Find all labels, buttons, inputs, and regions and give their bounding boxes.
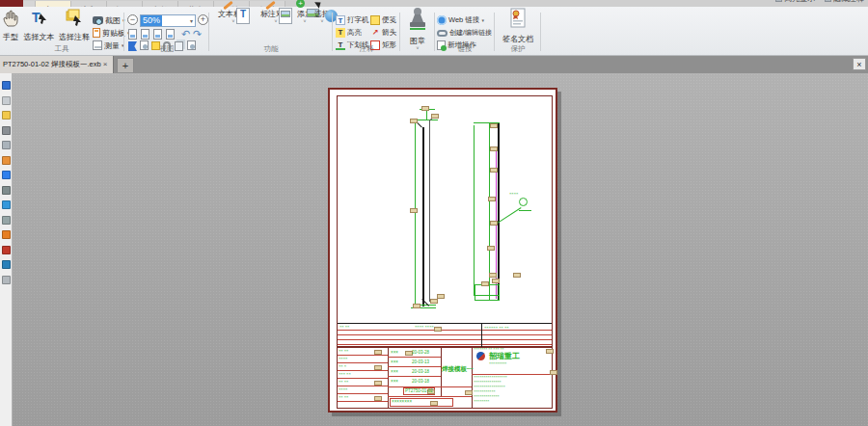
panel-paperclip-icon[interactable] xyxy=(2,126,11,135)
arrow-button[interactable]: ↗箭头 xyxy=(370,27,396,39)
undo-icon[interactable]: ↶ xyxy=(181,29,190,40)
group-links: Web 链接 ▾ 创建/编辑链接 新增操作 链接 xyxy=(436,7,494,55)
panel-settings-icon[interactable] xyxy=(2,276,11,284)
panel-comment-icon[interactable] xyxy=(2,171,11,179)
sticky-note-label: 便笺 xyxy=(382,15,396,25)
document-tab[interactable]: PT2750-01-02 焊接模板一.exb × xyxy=(0,56,114,73)
view-toggle-1-label: 高亮显示 xyxy=(784,0,815,4)
dimension-value-box xyxy=(488,197,496,201)
panel-stamp-icon[interactable] xyxy=(2,186,11,195)
cad-text: ×××× xyxy=(339,357,347,360)
page-layout-3-icon[interactable] xyxy=(153,29,162,40)
app-menu-button[interactable] xyxy=(0,0,23,7)
chevron-down-icon: ▾ xyxy=(481,18,484,22)
panel-layers-icon[interactable] xyxy=(2,141,11,149)
web-link-button[interactable]: Web 链接 ▾ xyxy=(437,14,484,26)
panel-image-icon[interactable] xyxy=(2,156,11,165)
toggle-icon xyxy=(825,0,831,2)
arrow-icon: ↗ xyxy=(370,28,380,38)
drawing-canvas[interactable]: ×××××× ×××××× ×××××××××× ×× ×××× ×××××××… xyxy=(13,73,868,426)
dimension-value-box xyxy=(490,168,498,173)
sign-document-button[interactable]: 签名文档 xyxy=(500,8,536,44)
text-markup-button[interactable]: T 文本标注 ˅ xyxy=(212,8,255,23)
document-tab-bar: PT2750-01-02 焊接模板一.exb × + × xyxy=(0,56,868,73)
typewriter-button[interactable]: T打字机 xyxy=(336,14,369,26)
add-button[interactable]: + 添加 ˅ xyxy=(295,8,314,23)
dimension-value-box xyxy=(430,299,438,304)
panel-flag-icon[interactable] xyxy=(2,246,11,254)
dimension-value-box xyxy=(487,246,495,251)
select-text-button[interactable]: T 选择文本 xyxy=(21,9,57,42)
page-layout-2-icon[interactable] xyxy=(141,29,149,40)
dimension-value-box xyxy=(513,273,521,278)
cad-text: ××××××× ×× ××× ×× xyxy=(474,348,504,352)
ribbon-tab-strip[interactable]: 文件主页注释视图表单共享保护帮助 xyxy=(0,0,868,7)
dimension-value-box xyxy=(410,208,418,213)
group-divider xyxy=(434,13,435,51)
stamp-button[interactable]: 图章 ˅ xyxy=(403,7,432,50)
group-divider xyxy=(540,13,541,51)
view-toggle-2-label: 隐藏注释 xyxy=(833,0,864,4)
hand-tool-button[interactable]: 手型 xyxy=(1,9,20,42)
edit-link-label: 创建/编辑链接 xyxy=(449,28,492,38)
chevron-down-icon: ˅ xyxy=(295,19,314,23)
panel-bookmark-icon[interactable] xyxy=(2,81,11,90)
cad-rect xyxy=(337,95,553,409)
panel-edit-icon[interactable] xyxy=(2,216,11,225)
edit-link-button[interactable]: 创建/编辑链接 xyxy=(437,27,492,39)
page-layout-1-icon[interactable] xyxy=(128,29,137,40)
view-toggle-2[interactable]: 隐藏注释 xyxy=(825,0,864,7)
dimension-value-box xyxy=(492,279,500,283)
redo-icon[interactable]: ↷ xyxy=(193,29,202,40)
select-mode-button[interactable]: 选择 ˅ xyxy=(312,8,332,23)
clipboard-icon xyxy=(93,28,100,38)
tab-close-icon[interactable]: × xyxy=(103,56,108,73)
zoom-out-icon[interactable]: − xyxy=(127,14,138,25)
highlight-icon: T xyxy=(336,28,345,38)
group-label-links: 链接 xyxy=(436,44,494,54)
sticky-note-button[interactable]: 便笺 xyxy=(370,14,396,26)
panel-user-icon[interactable] xyxy=(2,260,11,269)
page-layout-4-icon[interactable] xyxy=(166,29,175,40)
highlight-button[interactable]: T高亮 xyxy=(336,27,362,39)
dimension-value-box xyxy=(413,304,420,308)
weld-symbol-circle xyxy=(519,198,528,206)
cad-text: ×× ×× xyxy=(339,380,348,384)
snapshot-button[interactable]: 截图 ▾ xyxy=(93,14,125,26)
cad-text: ×××× xyxy=(339,387,347,391)
cad-rect xyxy=(475,284,500,301)
cad-text: ×××× ×××× xyxy=(415,325,434,329)
panel-pen-icon[interactable] xyxy=(2,230,11,239)
select-annot-button[interactable]: 选择注释 xyxy=(57,9,92,42)
group-divider xyxy=(208,13,209,51)
group-comment: T打字机 便笺 T高亮 ↗箭头 T下划线 矩形 注释 xyxy=(334,7,399,55)
zoom-combobox[interactable]: 50% ▾ xyxy=(140,14,196,27)
dimension-value-box xyxy=(490,146,498,151)
markup-object-button[interactable]: 标注对象 ˅ xyxy=(257,8,295,23)
chain-link-icon xyxy=(437,30,448,37)
drawing-page: ×××××× ×××××× ×××××××××× ×× ×××× ×××××××… xyxy=(328,88,557,413)
dimension-value-box xyxy=(421,106,429,111)
new-tab-button[interactable]: + xyxy=(117,58,134,72)
zoom-in-icon[interactable]: + xyxy=(198,14,208,25)
chevron-down-icon: ˅ xyxy=(403,46,432,50)
group-func: T 文本标注 ˅ 标注对象 ˅ + 添加 ˅ 选择 ˅ 功能 xyxy=(210,7,332,55)
group-divider xyxy=(332,13,333,51)
select-text-label: 选择文本 xyxy=(21,32,57,42)
dimension-value-box xyxy=(490,221,498,226)
arrow-label: 箭头 xyxy=(382,28,396,38)
panel-note-icon[interactable] xyxy=(2,111,11,120)
cad-text: ××××××××× xyxy=(489,362,506,366)
cad-text: 20-03-13 xyxy=(412,360,429,365)
pane-close-button[interactable]: × xyxy=(853,58,866,70)
cad-text: ××××××××××× xyxy=(474,390,495,394)
panel-page-icon[interactable] xyxy=(2,96,11,105)
view-toggle-1[interactable]: 高亮显示 xyxy=(775,0,815,7)
panel-search-icon[interactable] xyxy=(2,200,11,209)
cad-text: ×××××××× xyxy=(474,400,489,404)
cad-text: ×××××××××××××× xyxy=(474,381,502,385)
cad-text: ××× xyxy=(391,380,398,385)
toggle-icon xyxy=(775,0,782,2)
dimension-value-box xyxy=(430,401,438,406)
cad-text: ×××××× ×× ×× xyxy=(484,326,509,330)
